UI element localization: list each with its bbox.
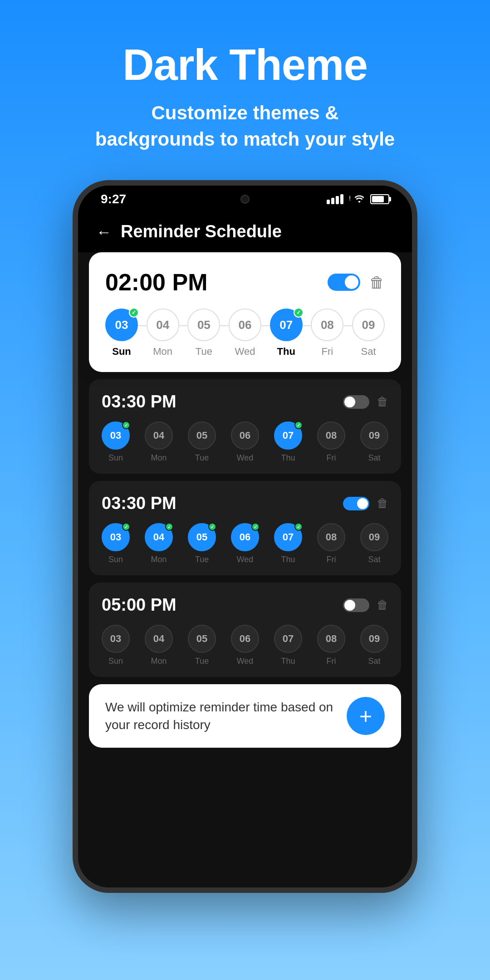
day-label-sat: Sat [361,346,376,358]
c2-day-fri[interactable]: 08 Fri [317,523,345,564]
c3-day-wed[interactable]: 06 Wed [231,625,259,666]
day-circle-03: 03 ✓ [105,309,138,341]
c3-circle-06: 06 [231,625,259,653]
app-header: ← Reminder Schedule [78,213,412,252]
card1-header: 03:30 PM 🗑 [102,392,388,412]
c1-label-sun: Sun [108,453,123,463]
day-label-mon: Mon [153,346,172,358]
day-item-mon[interactable]: 04 Mon [147,309,179,358]
c2-label-sun: Sun [108,555,123,564]
c2-circle-07: 07 ✓ [274,523,302,551]
c1-day-tue[interactable]: 05 Tue [188,421,216,463]
c2-label-wed: Wed [237,555,254,564]
card3-controls: 🗑 [343,598,388,612]
c3-circle-07: 07 [274,625,302,653]
c2-check-wed: ✓ [251,523,260,531]
day-circle-05: 05 [187,309,220,341]
c3-label-mon: Mon [151,657,167,666]
expanded-trash-icon[interactable]: 🗑 [369,274,385,291]
expanded-toggle[interactable] [328,274,360,291]
c2-day-thu[interactable]: 07 ✓ Thu [274,523,302,564]
c1-label-tue: Tue [195,453,209,463]
c1-check-sun: ✓ [122,421,130,429]
c3-label-tue: Tue [195,657,209,666]
card1-toggle[interactable] [343,395,369,409]
c1-label-mon: Mon [151,453,167,463]
c1-label-fri: Fri [327,453,336,463]
status-time: 9:27 [101,192,126,206]
c2-check-mon: ✓ [165,523,173,531]
c2-circle-09: 09 [360,523,388,551]
day-label-sun: Sun [112,346,131,358]
c1-circle-04: 04 [145,421,173,450]
info-text: We will optimize reminder time based on … [105,698,338,734]
status-bar: 9:27 ᵎ [78,186,412,213]
c1-day-thu[interactable]: 07 ✓ Thu [274,421,302,463]
c3-day-mon[interactable]: 04 Mon [145,625,173,666]
c1-day-sun[interactable]: 03 ✓ Sun [102,421,130,463]
day-label-fri: Fri [322,346,333,358]
c3-day-sun[interactable]: 03 Sun [102,625,130,666]
c2-circle-05: 05 ✓ [188,523,216,551]
card1-trash-icon[interactable]: 🗑 [377,395,388,409]
c1-day-fri[interactable]: 08 Fri [317,421,345,463]
c3-day-thu[interactable]: 07 Thu [274,625,302,666]
c3-label-fri: Fri [327,657,336,666]
c2-circle-08: 08 [317,523,345,551]
day-circle-06: 06 [229,309,261,341]
c1-circle-08: 08 [317,421,345,450]
c1-label-sat: Sat [368,453,380,463]
expanded-reminder-time: 02:00 PM [105,269,207,296]
c3-day-tue[interactable]: 05 Tue [188,625,216,666]
c3-circle-04: 04 [145,625,173,653]
day-item-fri[interactable]: 08 Fri [311,309,343,358]
card2-toggle[interactable] [343,497,369,510]
back-button[interactable]: ← [96,224,112,240]
day-label-wed: Wed [235,346,255,358]
card3-days-row: 03 Sun 04 Mon 05 Tue 06 Wed [102,625,388,666]
c3-circle-09: 09 [360,625,388,653]
c1-day-sat[interactable]: 09 Sat [360,421,388,463]
day-item-thu[interactable]: 07 ✓ Thu [270,309,303,358]
day-item-tue[interactable]: 05 Tue [187,309,220,358]
connector [303,325,311,326]
c1-day-mon[interactable]: 04 Mon [145,421,173,463]
c3-label-wed: Wed [237,657,254,666]
c2-day-mon[interactable]: 04 ✓ Mon [145,523,173,564]
card1-days-row: 03 ✓ Sun 04 Mon 05 Tue 06 [102,421,388,463]
checkmark-sun: ✓ [129,308,139,318]
c1-label-wed: Wed [237,453,254,463]
expanded-days-row: 03 ✓ Sun 04 Mon [105,309,385,358]
c3-circle-03: 03 [102,625,130,653]
c2-day-sat[interactable]: 09 Sat [360,523,388,564]
c2-circle-06: 06 ✓ [231,523,259,551]
card2-trash-icon[interactable]: 🗑 [377,496,388,510]
day-label-tue: Tue [196,346,212,358]
card2-days-row: 03 ✓ Sun 04 ✓ Mon 05 [102,523,388,564]
status-icons: ᵎ [327,193,389,206]
card3-toggle-knob [344,600,355,611]
c2-circle-03: 03 ✓ [102,523,130,551]
day-item-sat[interactable]: 09 Sat [352,309,385,358]
c1-day-wed[interactable]: 06 Wed [231,421,259,463]
add-reminder-button[interactable]: + [347,697,385,735]
signal-bars-icon [327,194,343,204]
card3-toggle[interactable] [343,598,369,612]
c1-check-thu: ✓ [294,421,303,429]
c3-day-fri[interactable]: 08 Fri [317,625,345,666]
c2-day-sun[interactable]: 03 ✓ Sun [102,523,130,564]
day-item-sun[interactable]: 03 ✓ Sun [105,309,138,358]
c1-circle-07: 07 ✓ [274,421,302,450]
c3-day-sat[interactable]: 09 Sat [360,625,388,666]
day-item-wed[interactable]: 06 Wed [229,309,261,358]
c2-day-tue[interactable]: 05 ✓ Tue [188,523,216,564]
c2-day-wed[interactable]: 06 ✓ Wed [231,523,259,564]
card3-trash-icon[interactable]: 🗑 [377,598,388,612]
wifi-icon: ᵎ [349,193,365,206]
reminder-card-2: 03:30 PM 🗑 03 ✓ Sun [89,481,401,575]
card1-toggle-knob [344,397,355,407]
c3-circle-08: 08 [317,625,345,653]
c1-circle-05: 05 [188,421,216,450]
c1-circle-09: 09 [360,421,388,450]
plus-icon: + [359,704,372,729]
